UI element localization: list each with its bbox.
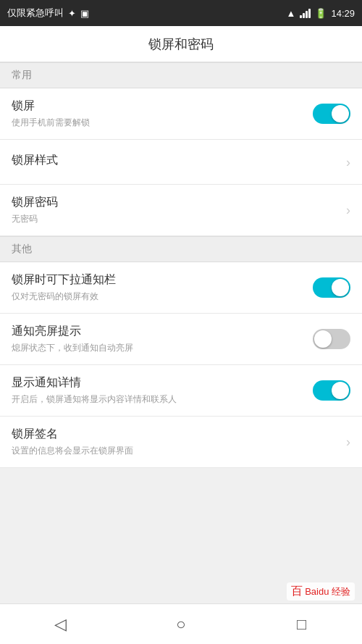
notification-screen-toggle-knob: [314, 330, 332, 348]
pulldown-toggle-knob: [332, 279, 349, 296]
lockscreen-toggle[interactable]: [313, 104, 350, 124]
notification-icon: ▣: [80, 8, 89, 19]
section-header-other: 其他: [0, 236, 362, 262]
status-bar: 仅限紧急呼叫 ✦ ▣ ▲ 🔋 14:29: [0, 0, 362, 26]
home-icon: ○: [176, 615, 185, 634]
lockscreen-title: 锁屏: [12, 99, 306, 114]
back-icon: ◁: [54, 615, 67, 634]
settings-item-notification-detail[interactable]: 显示通知详情 开启后，锁屏通知将显示内容详情和联系人: [0, 365, 362, 417]
home-button[interactable]: ○: [159, 610, 203, 639]
notification-screen-toggle[interactable]: [313, 329, 350, 349]
settings-item-pulldown-notification[interactable]: 锁屏时可下拉通知栏 仅对无密码的锁屏有效: [0, 262, 362, 314]
settings-item-lockscreen[interactable]: 锁屏 使用手机前需要解锁: [0, 88, 362, 140]
lockscreen-toggle-knob: [332, 105, 349, 122]
status-left: 仅限紧急呼叫 ✦ ▣: [7, 7, 89, 20]
notification-detail-subtitle: 开启后，锁屏通知将显示内容详情和联系人: [12, 393, 306, 406]
recent-button[interactable]: □: [280, 610, 324, 639]
sim-icon: ▲: [287, 8, 296, 19]
baidu-logo: 百: [291, 584, 303, 599]
time: 14:29: [331, 8, 355, 19]
notification-screen-subtitle: 熄屏状态下，收到通知自动亮屏: [12, 342, 306, 354]
notification-screen-title: 通知亮屏提示: [12, 324, 306, 339]
lockscreen-password-subtitle: 无密码: [12, 213, 339, 225]
back-button[interactable]: ◁: [38, 610, 82, 639]
page-title: 锁屏和密码: [148, 35, 214, 53]
lockscreen-style-title: 锁屏样式: [12, 153, 339, 168]
wifi-signal: [300, 8, 311, 18]
settings-item-lockscreen-signature[interactable]: 锁屏签名 设置的信息将会显示在锁屏界面 ›: [0, 417, 362, 468]
lockscreen-subtitle: 使用手机前需要解锁: [12, 117, 306, 129]
pulldown-subtitle: 仅对无密码的锁屏有效: [12, 290, 306, 303]
pulldown-title: 锁屏时可下拉通知栏: [12, 272, 306, 288]
pulldown-toggle[interactable]: [313, 277, 350, 298]
usb-icon: ✦: [68, 8, 76, 19]
baidu-text: Baidu 经验: [305, 585, 350, 598]
recent-icon: □: [297, 615, 306, 634]
section-header-common: 常用: [0, 62, 362, 88]
settings-item-lockscreen-style[interactable]: 锁屏样式 ›: [0, 140, 362, 185]
chevron-icon: ›: [346, 204, 350, 217]
notification-detail-title: 显示通知详情: [12, 375, 306, 390]
lockscreen-signature-subtitle: 设置的信息将会显示在锁屏界面: [12, 445, 339, 457]
chevron-icon: ›: [346, 435, 350, 448]
settings-content: 常用 锁屏 使用手机前需要解锁 锁屏样式 › 锁屏密码 无密码 ›: [0, 62, 362, 468]
title-bar: 锁屏和密码: [0, 26, 362, 62]
lockscreen-password-title: 锁屏密码: [12, 195, 339, 210]
emergency-text: 仅限紧急呼叫: [7, 7, 64, 20]
notification-detail-toggle-knob: [332, 382, 349, 399]
notification-detail-toggle[interactable]: [313, 380, 350, 401]
baidu-watermark: 百 Baidu 经验: [287, 582, 355, 601]
nav-bar: ◁ ○ □: [0, 603, 362, 644]
battery-icon: 🔋: [315, 8, 327, 19]
settings-item-notification-screen[interactable]: 通知亮屏提示 熄屏状态下，收到通知自动亮屏: [0, 314, 362, 365]
lockscreen-signature-title: 锁屏签名: [12, 427, 339, 442]
chevron-icon: ›: [346, 156, 350, 169]
settings-item-lockscreen-password[interactable]: 锁屏密码 无密码 ›: [0, 185, 362, 236]
status-right: ▲ 🔋 14:29: [287, 8, 355, 19]
